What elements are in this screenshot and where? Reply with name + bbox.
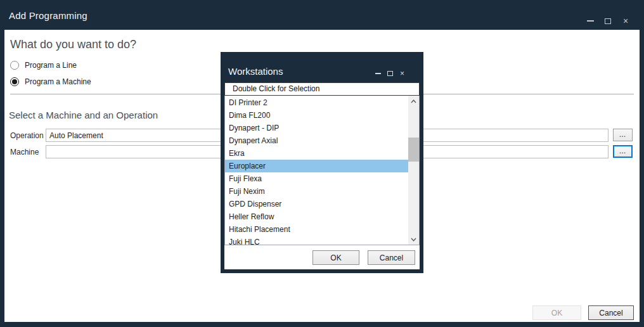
workstations-list-rows: DI Printer 2Dima FL200Dynapert - DIPDyna… bbox=[225, 96, 408, 245]
workstations-dialog: Workstations × Double Click for Selectio… bbox=[221, 52, 423, 273]
workstations-close-button[interactable]: × bbox=[399, 69, 406, 78]
maximize-icon bbox=[605, 18, 611, 24]
scroll-down-button[interactable] bbox=[408, 234, 419, 245]
radio-label: Program a Machine bbox=[25, 77, 91, 86]
workstations-body: Double Click for Selection DI Printer 2D… bbox=[224, 82, 420, 269]
machine-browse-button[interactable]: ... bbox=[613, 145, 633, 158]
radio-program-a-line[interactable]: Program a Line bbox=[10, 60, 77, 70]
list-item[interactable]: Dynapert - DIP bbox=[225, 122, 408, 134]
close-icon: × bbox=[623, 16, 628, 25]
workstations-cancel-button[interactable]: Cancel bbox=[368, 250, 415, 265]
scroll-up-button[interactable] bbox=[408, 96, 419, 106]
close-icon: × bbox=[400, 70, 404, 77]
titlebar[interactable]: Add Programming × bbox=[0, 0, 644, 30]
list-item[interactable]: Dynapert Axial bbox=[225, 134, 408, 147]
maximize-icon bbox=[387, 71, 393, 76]
list-item[interactable]: Fuji Flexa bbox=[225, 172, 408, 185]
minimize-button[interactable] bbox=[586, 16, 595, 26]
workstations-list: DI Printer 2Dima FL200Dynapert - DIPDyna… bbox=[224, 96, 420, 245]
operation-label: Operation bbox=[10, 131, 44, 140]
close-button[interactable]: × bbox=[621, 16, 630, 26]
radio-label: Program a Line bbox=[25, 61, 77, 70]
window-controls: × bbox=[586, 16, 630, 26]
double-click-header: Double Click for Selection bbox=[224, 82, 420, 96]
chevron-down-icon bbox=[411, 238, 416, 241]
list-item[interactable]: Hitachi Placement bbox=[225, 223, 408, 236]
ok-button: OK bbox=[532, 305, 581, 320]
workstations-footer: OK Cancel bbox=[224, 245, 420, 269]
workstations-maximize-button[interactable] bbox=[387, 69, 394, 78]
list-item[interactable]: GPD Dispenser bbox=[225, 198, 408, 210]
machine-label: Machine bbox=[10, 148, 39, 157]
chevron-up-icon bbox=[411, 99, 416, 103]
section-heading: Select a Machine and an Operation bbox=[9, 110, 158, 120]
workstations-minimize-button[interactable] bbox=[375, 69, 382, 78]
scrollbar[interactable] bbox=[408, 96, 419, 245]
list-item[interactable]: Fuji Nexim bbox=[225, 185, 408, 198]
cancel-button[interactable]: Cancel bbox=[588, 305, 634, 320]
radio-icon bbox=[10, 77, 19, 86]
list-item[interactable]: Europlacer bbox=[225, 160, 408, 172]
list-item[interactable]: Heller Reflow bbox=[225, 210, 408, 223]
list-item[interactable]: Juki HLC bbox=[225, 236, 408, 245]
scrollbar-thumb[interactable] bbox=[408, 138, 419, 162]
radio-icon bbox=[10, 61, 19, 70]
maximize-button[interactable] bbox=[603, 16, 612, 26]
list-item[interactable]: DI Printer 2 bbox=[225, 96, 408, 109]
list-item[interactable]: Ekra bbox=[225, 147, 408, 160]
minimize-icon bbox=[587, 20, 594, 22]
radio-program-a-machine[interactable]: Program a Machine bbox=[10, 77, 91, 86]
workstations-title: Workstations bbox=[228, 66, 283, 77]
operation-browse-button[interactable]: ... bbox=[613, 129, 633, 141]
screen: { "titlebar": { "title": "Add Programmin… bbox=[0, 0, 644, 327]
list-item[interactable]: Dima FL200 bbox=[225, 109, 408, 122]
workstations-window-controls: × bbox=[375, 69, 406, 78]
minimize-icon bbox=[375, 73, 381, 74]
window-title: Add Programming bbox=[9, 10, 87, 21]
workstations-ok-button[interactable]: OK bbox=[312, 250, 359, 265]
question-heading: What do you want to do? bbox=[10, 38, 136, 51]
